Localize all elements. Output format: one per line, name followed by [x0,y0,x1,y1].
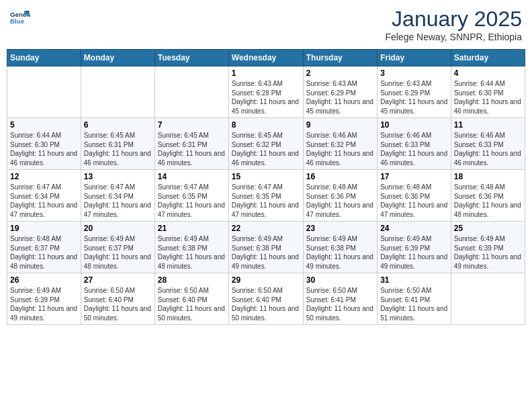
calendar-table: SundayMondayTuesdayWednesdayThursdayFrid… [7,49,525,325]
calendar-cell [154,66,228,118]
calendar-header-row: SundayMondayTuesdayWednesdayThursdayFrid… [7,50,525,66]
day-info: Sunrise: 6:49 AMSunset: 6:39 PMDaylight:… [454,234,522,271]
day-of-week-header: Monday [81,50,154,66]
calendar-cell: 6Sunrise: 6:45 AMSunset: 6:31 PMDaylight… [81,118,154,170]
day-info: Sunrise: 6:50 AMSunset: 6:40 PMDaylight:… [84,286,152,322]
calendar-cell: 20Sunrise: 6:49 AMSunset: 6:37 PMDayligh… [81,222,154,273]
day-number: 1 [232,68,300,78]
calendar-cell: 25Sunrise: 6:49 AMSunset: 6:39 PMDayligh… [451,222,525,273]
calendar-cell [7,66,81,118]
day-number: 13 [84,172,152,181]
calendar-week-row: 5Sunrise: 6:44 AMSunset: 6:30 PMDaylight… [7,118,525,170]
day-info: Sunrise: 6:48 AMSunset: 6:36 PMDaylight:… [306,183,374,219]
day-number: 8 [232,120,300,130]
day-number: 17 [380,172,448,181]
day-info: Sunrise: 6:50 AMSunset: 6:40 PMDaylight:… [232,286,300,322]
day-info: Sunrise: 6:45 AMSunset: 6:32 PMDaylight:… [232,131,300,167]
day-info: Sunrise: 6:46 AMSunset: 6:32 PMDaylight:… [306,131,374,167]
day-info: Sunrise: 6:47 AMSunset: 6:34 PMDaylight:… [84,183,152,219]
day-number: 12 [10,172,78,181]
day-info: Sunrise: 6:43 AMSunset: 6:29 PMDaylight:… [306,79,374,116]
month-title: January 2025 [385,7,522,32]
calendar-cell: 8Sunrise: 6:45 AMSunset: 6:32 PMDaylight… [228,118,303,170]
day-info: Sunrise: 6:49 AMSunset: 6:38 PMDaylight:… [158,234,226,271]
day-number: 10 [380,120,448,130]
day-info: Sunrise: 6:43 AMSunset: 6:28 PMDaylight:… [232,79,300,116]
day-info: Sunrise: 6:48 AMSunset: 6:36 PMDaylight:… [380,183,448,219]
day-of-week-header: Tuesday [154,50,228,66]
calendar-cell: 31Sunrise: 6:50 AMSunset: 6:41 PMDayligh… [378,273,451,325]
calendar-cell: 28Sunrise: 6:50 AMSunset: 6:40 PMDayligh… [154,273,228,325]
day-number: 20 [84,224,152,233]
day-info: Sunrise: 6:47 AMSunset: 6:35 PMDaylight:… [232,183,300,219]
day-of-week-header: Wednesday [228,50,303,66]
day-number: 26 [10,275,78,285]
calendar-week-row: 19Sunrise: 6:48 AMSunset: 6:37 PMDayligh… [7,222,525,273]
calendar-week-row: 26Sunrise: 6:49 AMSunset: 6:39 PMDayligh… [7,273,525,325]
calendar-cell: 30Sunrise: 6:50 AMSunset: 6:41 PMDayligh… [303,273,377,325]
page-header: General Blue January 2025 Felege Neway, … [7,7,525,42]
day-number: 28 [158,275,226,285]
day-number: 29 [232,275,300,285]
day-number: 6 [84,120,152,130]
calendar-week-row: 12Sunrise: 6:47 AMSunset: 6:34 PMDayligh… [7,170,525,222]
location-subtitle: Felege Neway, SNNPR, Ethiopia [385,32,522,42]
day-info: Sunrise: 6:49 AMSunset: 6:37 PMDaylight:… [84,234,152,271]
day-number: 15 [232,172,300,181]
day-number: 19 [10,224,78,233]
calendar-cell: 24Sunrise: 6:49 AMSunset: 6:39 PMDayligh… [378,222,451,273]
day-number: 4 [454,68,522,78]
day-number: 30 [306,275,374,285]
day-of-week-header: Thursday [303,50,377,66]
day-info: Sunrise: 6:50 AMSunset: 6:41 PMDaylight:… [306,286,374,322]
day-info: Sunrise: 6:48 AMSunset: 6:37 PMDaylight:… [10,234,78,271]
day-number: 7 [158,120,226,130]
calendar-cell: 18Sunrise: 6:48 AMSunset: 6:36 PMDayligh… [451,170,525,222]
calendar-cell: 3Sunrise: 6:43 AMSunset: 6:29 PMDaylight… [378,66,451,118]
logo: General Blue [10,7,30,27]
day-number: 21 [158,224,226,233]
calendar-cell: 4Sunrise: 6:44 AMSunset: 6:30 PMDaylight… [451,66,525,118]
day-number: 11 [454,120,522,130]
calendar-cell: 19Sunrise: 6:48 AMSunset: 6:37 PMDayligh… [7,222,81,273]
calendar-cell: 16Sunrise: 6:48 AMSunset: 6:36 PMDayligh… [303,170,377,222]
calendar-cell: 13Sunrise: 6:47 AMSunset: 6:34 PMDayligh… [81,170,154,222]
logo-icon: General Blue [10,7,30,27]
day-of-week-header: Sunday [7,50,81,66]
day-of-week-header: Friday [378,50,451,66]
calendar-cell: 10Sunrise: 6:46 AMSunset: 6:33 PMDayligh… [378,118,451,170]
day-info: Sunrise: 6:45 AMSunset: 6:31 PMDaylight:… [84,131,152,167]
calendar-cell: 27Sunrise: 6:50 AMSunset: 6:40 PMDayligh… [81,273,154,325]
day-number: 25 [454,224,522,233]
calendar-cell: 9Sunrise: 6:46 AMSunset: 6:32 PMDaylight… [303,118,377,170]
day-info: Sunrise: 6:44 AMSunset: 6:30 PMDaylight:… [454,79,522,116]
svg-text:Blue: Blue [10,17,25,25]
calendar-cell: 29Sunrise: 6:50 AMSunset: 6:40 PMDayligh… [228,273,303,325]
day-number: 2 [306,68,374,78]
day-info: Sunrise: 6:43 AMSunset: 6:29 PMDaylight:… [380,79,448,116]
day-number: 16 [306,172,374,181]
calendar-cell: 12Sunrise: 6:47 AMSunset: 6:34 PMDayligh… [7,170,81,222]
day-info: Sunrise: 6:49 AMSunset: 6:38 PMDaylight:… [232,234,300,271]
calendar-cell: 17Sunrise: 6:48 AMSunset: 6:36 PMDayligh… [378,170,451,222]
calendar-cell: 14Sunrise: 6:47 AMSunset: 6:35 PMDayligh… [154,170,228,222]
calendar-cell: 15Sunrise: 6:47 AMSunset: 6:35 PMDayligh… [228,170,303,222]
calendar-cell: 21Sunrise: 6:49 AMSunset: 6:38 PMDayligh… [154,222,228,273]
day-info: Sunrise: 6:46 AMSunset: 6:33 PMDaylight:… [454,131,522,167]
day-info: Sunrise: 6:44 AMSunset: 6:30 PMDaylight:… [10,131,78,167]
day-info: Sunrise: 6:49 AMSunset: 6:39 PMDaylight:… [380,234,448,271]
day-number: 5 [10,120,78,130]
day-number: 24 [380,224,448,233]
day-number: 9 [306,120,374,130]
day-number: 27 [84,275,152,285]
calendar-cell: 26Sunrise: 6:49 AMSunset: 6:39 PMDayligh… [7,273,81,325]
calendar-cell: 2Sunrise: 6:43 AMSunset: 6:29 PMDaylight… [303,66,377,118]
day-info: Sunrise: 6:50 AMSunset: 6:40 PMDaylight:… [158,286,226,322]
day-info: Sunrise: 6:47 AMSunset: 6:34 PMDaylight:… [10,183,78,219]
day-info: Sunrise: 6:45 AMSunset: 6:31 PMDaylight:… [158,131,226,167]
day-number: 14 [158,172,226,181]
calendar-cell [81,66,154,118]
calendar-cell: 5Sunrise: 6:44 AMSunset: 6:30 PMDaylight… [7,118,81,170]
day-number: 23 [306,224,374,233]
day-info: Sunrise: 6:46 AMSunset: 6:33 PMDaylight:… [380,131,448,167]
